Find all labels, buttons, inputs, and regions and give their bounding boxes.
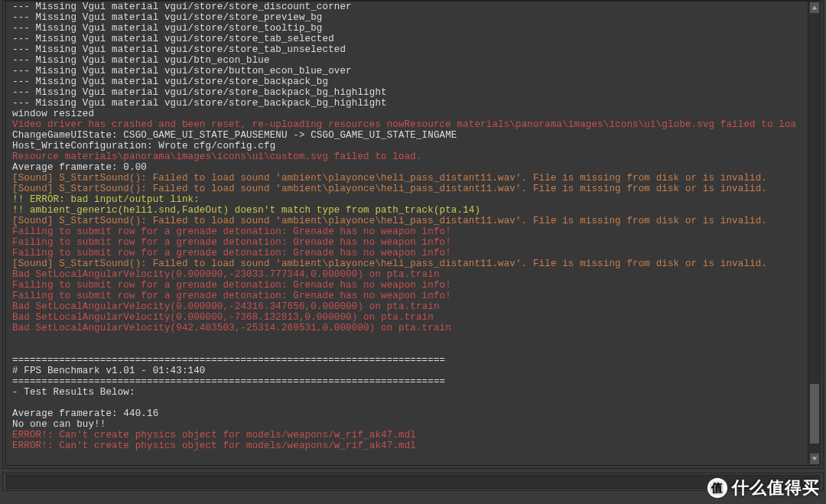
console-line bbox=[12, 333, 814, 344]
scroll-down-button[interactable] bbox=[810, 454, 819, 464]
console-line: Failing to submit row for a grenade deto… bbox=[12, 280, 814, 291]
console-line: --- Missing Vgui material vgui/store/sto… bbox=[12, 2, 814, 12]
console-line: --- Missing Vgui material vgui/store/sto… bbox=[12, 12, 814, 23]
console-line: --- Missing Vgui material vgui/store/sto… bbox=[12, 23, 814, 34]
console-line bbox=[12, 344, 814, 355]
watermark-text: 什么值得买 bbox=[732, 476, 820, 499]
console-line: Failing to submit row for a grenade deto… bbox=[12, 237, 814, 248]
console-line: --- Missing Vgui material vgui/btn_econ_… bbox=[12, 55, 814, 66]
console-line: ========================================… bbox=[12, 355, 814, 366]
chevron-down-icon bbox=[811, 456, 818, 462]
console-line: ERROR!: Can't create physics object for … bbox=[12, 430, 814, 441]
console-line: Host_WriteConfiguration: Wrote cfg/confi… bbox=[12, 141, 814, 151]
console-line: [Sound] S_StartSound(): Failed to load s… bbox=[12, 216, 814, 226]
console-line: Failing to submit row for a grenade deto… bbox=[12, 248, 814, 259]
console-log: --- Missing Vgui material vgui/store/sto… bbox=[6, 2, 820, 462]
console-input[interactable] bbox=[6, 475, 820, 489]
watermark: 值 什么值得买 bbox=[707, 476, 820, 499]
console-line: Failing to submit row for a grenade deto… bbox=[12, 291, 814, 301]
console-line: Average framerate: 440.16 bbox=[12, 408, 814, 419]
console-input-bar bbox=[2, 473, 824, 491]
console-line bbox=[12, 451, 814, 462]
console-line: [Sound] S_StartSound(): Failed to load s… bbox=[12, 184, 814, 194]
console-line bbox=[12, 398, 814, 408]
console-line: ========================================… bbox=[12, 376, 814, 387]
console-line: [Sound] S_StartSound(): Failed to load s… bbox=[12, 259, 814, 269]
console-line: --- Missing Vgui material vgui/store/sto… bbox=[12, 98, 814, 109]
scroll-thumb[interactable] bbox=[810, 384, 819, 444]
console-line: No one can buy!! bbox=[12, 419, 814, 430]
console-line: Bad SetLocalAngularVelocity(942.403503,-… bbox=[12, 323, 814, 333]
vertical-scrollbar[interactable] bbox=[808, 2, 820, 465]
console-line: [Sound] S_StartSound(): Failed to load s… bbox=[12, 173, 814, 184]
console-line: --- Missing Vgui material vgui/store/sto… bbox=[12, 34, 814, 44]
console-line: !! ERROR: bad input/output link: bbox=[12, 194, 814, 205]
console-line: Failing to submit row for a grenade deto… bbox=[12, 226, 814, 237]
console-line: Bad SetLocalAngularVelocity(0.000000,-23… bbox=[12, 269, 814, 280]
console-line: --- Missing Vgui material vgui/store/sto… bbox=[12, 44, 814, 55]
console-line: !! ambient_generic(heli1.snd,FadeOut) do… bbox=[12, 205, 814, 216]
scroll-up-button[interactable] bbox=[810, 2, 819, 13]
console-line: ERROR!: Can't create physics object for … bbox=[12, 441, 814, 451]
console-line: window resized bbox=[12, 109, 814, 119]
console-output: --- Missing Vgui material vgui/store/sto… bbox=[5, 1, 821, 466]
console-line: - Test Results Below: bbox=[12, 387, 814, 398]
console-line: Average framerate: 0.00 bbox=[12, 162, 814, 173]
console-line: Video driver has crashed and been reset,… bbox=[12, 119, 814, 130]
chevron-up-icon bbox=[811, 5, 818, 11]
console-line: Bad SetLocalAngularVelocity(0.000000,-24… bbox=[12, 301, 814, 312]
console-line: --- Missing Vgui material vgui/store/sto… bbox=[12, 76, 814, 87]
console-line: --- Missing Vgui material vgui/store/but… bbox=[12, 66, 814, 76]
console-line: ChangeGameUIState: CSGO_GAME_UI_STATE_PA… bbox=[12, 130, 814, 141]
console-line: --- Missing Vgui material vgui/store/sto… bbox=[12, 87, 814, 98]
console-line: Resource materials\panorama\images\icons… bbox=[12, 151, 814, 162]
console-line: Bad SetLocalAngularVelocity(0.000000,-73… bbox=[12, 312, 814, 323]
watermark-logo-icon: 值 bbox=[707, 478, 727, 498]
console-line: # FPS Benchmark v1.01 - 01:43:140 bbox=[12, 366, 814, 376]
console-frame: --- Missing Vgui material vgui/store/sto… bbox=[2, 0, 824, 469]
